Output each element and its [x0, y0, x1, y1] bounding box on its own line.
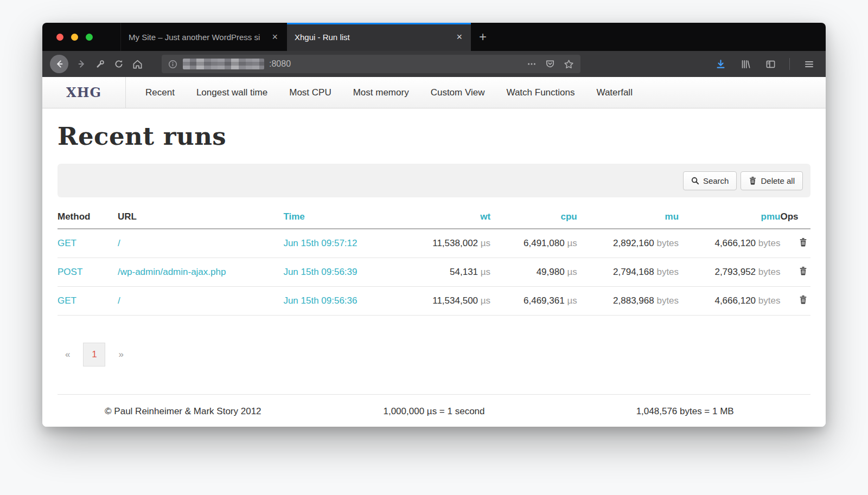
header-ops: Ops [780, 206, 810, 229]
wt-value: 11,534,500 [432, 295, 478, 306]
nav-menu: Recent Longest wall time Most CPU Most m… [126, 77, 643, 108]
run-method-link[interactable]: GET [58, 295, 76, 306]
header-mu-sort[interactable]: mu [577, 206, 679, 229]
nav-item-waterfall[interactable]: Waterfall [585, 77, 643, 108]
window-controls [42, 23, 120, 51]
pmu-unit: bytes [758, 238, 781, 248]
header-time-sort[interactable]: Time [283, 206, 407, 229]
library-button[interactable] [736, 55, 755, 73]
close-tab-icon[interactable]: × [271, 31, 279, 43]
mu-unit: bytes [656, 267, 679, 277]
nav-item-most-memory[interactable]: Most memory [342, 77, 420, 108]
run-method-link[interactable]: POST [58, 267, 82, 277]
run-method-link[interactable]: GET [58, 238, 76, 248]
delete-run-button[interactable] [799, 295, 807, 304]
sidebar-icon [765, 59, 776, 69]
forward-arrow-icon [77, 59, 87, 69]
minimize-window-button[interactable] [71, 34, 78, 41]
browser-window: My Site – Just another WordPress si × Xh… [42, 23, 826, 427]
cpu-unit: µs [567, 238, 577, 248]
zoom-window-button[interactable] [86, 34, 93, 41]
menu-button[interactable] [800, 55, 818, 73]
mu-value: 2,892,160 [613, 238, 654, 248]
search-icon [691, 177, 699, 185]
wt-unit: µs [481, 238, 490, 248]
close-window-button[interactable] [56, 34, 63, 41]
nav-item-custom-view[interactable]: Custom View [420, 77, 496, 108]
pmu-value: 4,666,120 [714, 295, 756, 306]
wt-unit: µs [481, 267, 490, 277]
run-time-link[interactable]: Jun 15th 09:56:39 [283, 267, 357, 277]
table-row: POST /wp-admin/admin-ajax.php Jun 15th 0… [58, 258, 810, 287]
footer-bytes-note: 1,048,576 bytes = 1 MB [559, 406, 810, 417]
xhgui-page: XHG Recent Longest wall time Most CPU Mo… [42, 77, 826, 427]
delete-run-button[interactable] [799, 266, 807, 275]
nav-item-recent[interactable]: Recent [135, 77, 186, 108]
tools-button[interactable] [91, 55, 110, 73]
downloads-button[interactable] [711, 55, 730, 73]
pagination-prev[interactable]: « [58, 344, 78, 365]
tab-xhgui-run-list[interactable]: Xhgui - Run list × [286, 23, 471, 51]
pocket-icon[interactable] [545, 59, 555, 69]
header-wt-sort[interactable]: wt [407, 206, 490, 229]
pmu-value: 4,666,120 [714, 238, 756, 248]
table-row: GET / Jun 15th 09:57:12 11,538,002 µs 6,… [58, 229, 810, 258]
page-actions-icon[interactable] [527, 59, 537, 69]
nav-item-longest-wall-time[interactable]: Longest wall time [186, 77, 278, 108]
site-info-icon[interactable] [168, 60, 177, 69]
run-time-link[interactable]: Jun 15th 09:56:36 [283, 295, 357, 306]
brand-box[interactable]: XHG [42, 77, 126, 108]
pagination-next[interactable]: » [111, 344, 131, 365]
new-tab-button[interactable]: + [471, 23, 495, 51]
wt-unit: µs [481, 295, 490, 306]
tab-title: Xhgui - Run list [295, 33, 451, 42]
run-url-link[interactable]: /wp-admin/admin-ajax.php [118, 267, 226, 277]
run-time-link[interactable]: Jun 15th 09:57:12 [283, 238, 357, 248]
header-pmu-sort[interactable]: pmu [679, 206, 780, 229]
tab-wordpress-site[interactable]: My Site – Just another WordPress si × [120, 23, 286, 51]
nav-item-watch-functions[interactable]: Watch Functions [496, 77, 586, 108]
reload-button[interactable] [110, 55, 128, 73]
mu-value: 2,883,968 [613, 295, 654, 306]
delete-run-button[interactable] [799, 237, 807, 247]
mu-value: 2,794,168 [613, 267, 654, 277]
home-button[interactable] [128, 55, 146, 73]
reload-icon [114, 59, 124, 69]
footer-time-note: 1,000,000 µs = 1 second [309, 406, 560, 417]
footer-copyright: © Paul Reinheimer & Mark Story 2012 [58, 406, 309, 417]
browser-toolbar: :8080 [42, 51, 826, 77]
pagination-page-1[interactable]: 1 [83, 343, 105, 367]
address-bar[interactable]: :8080 [162, 55, 580, 73]
mu-unit: bytes [656, 238, 679, 248]
back-button[interactable] [50, 55, 68, 73]
download-icon [716, 59, 726, 69]
delete-all-button[interactable]: Delete all [741, 171, 803, 190]
close-tab-icon[interactable]: × [455, 31, 463, 43]
mu-unit: bytes [656, 295, 679, 306]
hamburger-icon [804, 59, 814, 69]
search-button[interactable]: Search [683, 171, 737, 190]
table-header-row: Method URL Time wt cpu mu pmu Ops [58, 206, 810, 229]
trash-icon [799, 295, 807, 304]
bookmark-star-icon[interactable] [564, 59, 574, 69]
run-url-link[interactable]: / [118, 295, 120, 306]
cpu-unit: µs [567, 295, 577, 306]
pmu-unit: bytes [758, 295, 781, 306]
redacted-url-host [183, 59, 264, 69]
home-icon [132, 59, 143, 69]
header-url: URL [118, 206, 283, 229]
runs-table: Method URL Time wt cpu mu pmu Ops GET / [58, 206, 810, 316]
actions-bar: Search Delete all [58, 164, 810, 197]
pmu-value: 2,793,952 [714, 267, 756, 277]
page-title: Recent runs [58, 122, 810, 151]
wt-value: 54,131 [450, 267, 478, 277]
cpu-value: 6,491,080 [524, 238, 565, 248]
back-arrow-icon [54, 59, 64, 69]
run-url-link[interactable]: / [118, 238, 120, 248]
sidebar-button[interactable] [761, 55, 780, 73]
cpu-value: 49,980 [537, 267, 565, 277]
nav-item-most-cpu[interactable]: Most CPU [278, 77, 342, 108]
forward-button[interactable] [73, 55, 91, 73]
header-cpu-sort[interactable]: cpu [490, 206, 577, 229]
library-icon [741, 59, 751, 69]
